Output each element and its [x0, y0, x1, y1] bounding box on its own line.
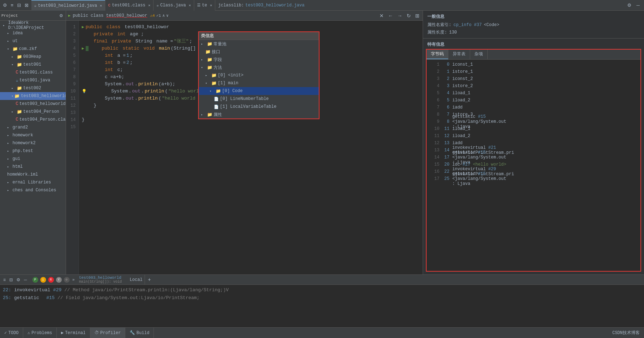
sidebar-item-homework[interactable]: ▸ homework — [0, 131, 66, 139]
class-icon: C — [108, 3, 111, 7]
sidebar-item-003heap[interactable]: ▸ 📁 003Heap — [0, 53, 66, 61]
tree-panel-main[interactable]: ▾ 📁 [1] main — [199, 79, 319, 87]
sidebar-item-project[interactable]: ▸ IdeaWork D:\IDEAProject — [0, 21, 66, 29]
folder-icon: 📁 — [207, 65, 212, 70]
tree-panel-localvariable[interactable]: 📄 [1] LocalVariableTable — [199, 103, 319, 111]
folder-icon: 📁 — [17, 62, 22, 67]
close-editor-btn[interactable]: ✕ — [378, 12, 385, 19]
sidebar-item-scratches[interactable]: ▸ ches and Consoles — [0, 186, 66, 194]
arrow-icon: ▾ — [210, 89, 215, 93]
tab-te[interactable]: ☰ te ✕ — [194, 0, 215, 11]
tree-panel-item-label: [0] <init> — [218, 73, 243, 78]
tree-panel-init[interactable]: ▸ 📁 [0] <init> — [199, 71, 319, 79]
sidebar-item-grand2[interactable]: ▸ grand2 — [0, 123, 66, 131]
sidebar-item-html[interactable]: ▸ html — [0, 163, 66, 171]
tab-class-java[interactable]: ☕ Class.java ✕ — [154, 0, 194, 11]
tab-close-btn[interactable]: ✕ — [210, 3, 212, 7]
tab-close-btn[interactable]: ✕ — [189, 3, 191, 7]
console-content: 22: invokevirtual #29 // Method java/io/… — [0, 285, 644, 327]
sidebar-item-test001[interactable]: ▾ 📁 test001 — [0, 61, 66, 69]
arrow-icon: ▸ — [205, 74, 210, 77]
tab-misc[interactable]: 杂项 — [470, 50, 488, 59]
attribute-index-value[interactable]: cp_info #37 — [453, 22, 482, 27]
sidebar-item-test001-java[interactable]: ☕ test001.java — [0, 76, 66, 84]
local-tab[interactable]: Local — [127, 275, 145, 285]
back-btn[interactable]: ← — [387, 12, 394, 19]
tab-bytecode[interactable]: 字节码 — [427, 50, 448, 59]
sidebar-item-label: com.zkf — [19, 46, 37, 51]
debug-toolbar: ≡ ⊟ ⚙ ─ P i R Y ○ » test003_helloworld m… — [0, 274, 644, 284]
forward-btn[interactable]: → — [396, 12, 403, 19]
console-line-1: 22: invokevirtual #29 // Method java/io/… — [3, 286, 641, 294]
sidebar-item-test004[interactable]: ▸ 📁 test004_Person — [0, 108, 66, 116]
tab-close-btn[interactable]: ✕ — [100, 4, 102, 8]
tree-panel-attributes[interactable]: ▸ 📁 属性 — [199, 111, 319, 118]
sidebar-item-label: ernal Libraries — [12, 180, 51, 185]
tree-panel-code[interactable]: ▾ 📁 [0] Code — [199, 87, 319, 95]
sidebar-item-iml[interactable]: homeWork.iml — [0, 171, 66, 178]
tree-panel-constant-pool[interactable]: ▸ 📁 常量池 — [199, 40, 319, 48]
sidebar-item-label: test001.java — [19, 78, 50, 83]
sidebar-item-idea[interactable]: ▸ idea — [0, 29, 66, 37]
sidebar-item-php[interactable]: ▸ php.test — [0, 147, 66, 155]
run-gutter-icon2[interactable]: ▶ — [82, 45, 84, 52]
minimize-icon[interactable]: ─ — [635, 2, 641, 9]
session-name[interactable]: test003_helloworld — [79, 276, 122, 280]
settings2-icon[interactable]: ⚙ — [626, 2, 633, 9]
tree-panel-linenumber[interactable]: 📄 [0] LineNumberTable — [199, 95, 319, 103]
sidebar-item-test002[interactable]: ▸ 📁 test002 — [0, 84, 66, 92]
status-tab-terminal[interactable]: ▶ Terminal — [57, 328, 90, 338]
sidebar-item-test001-class[interactable]: C test001.class — [0, 69, 66, 76]
tab-label: test003_helloworld.java — [38, 3, 97, 8]
debug-split-icon[interactable]: ⊟ — [8, 277, 14, 283]
editor-area: ▶ public class test003_hellowor ⚠4 ✓1 ∧ … — [66, 11, 423, 274]
sidebar-item-ut[interactable]: ▸ ut — [0, 37, 66, 45]
tree-panel-methods[interactable]: ▾ 📁 方法 — [199, 64, 319, 71]
run-icon[interactable]: ▶ — [68, 13, 71, 18]
debug-settings-icon[interactable]: ⚙ — [15, 277, 21, 283]
list-icon[interactable]: ≡ — [9, 2, 15, 9]
status-tab-todo[interactable]: ✓ TODO — [0, 328, 23, 338]
tab-label: test001.class — [112, 3, 146, 8]
more-icon[interactable]: » — [72, 278, 75, 282]
split-v-icon[interactable]: ⊠ — [23, 2, 30, 9]
tree-panel-fields[interactable]: ▸ 📁 字段 — [199, 56, 319, 64]
status-tab-profiler[interactable]: ⏱ Profiler — [90, 328, 126, 338]
project-label: Project — [1, 14, 18, 18]
tree-panel-item-label: 常量池 — [213, 41, 226, 47]
tree-panel-item-label: [0] Code — [222, 89, 243, 94]
status-tab-build[interactable]: 🔧 Build — [125, 328, 154, 338]
split-icon[interactable]: ⊟ — [16, 2, 22, 9]
status-tab-label: Problems — [31, 331, 52, 336]
external-btn[interactable]: ⊞ — [414, 12, 421, 19]
sidebar-item-homework2[interactable]: ▸ homework2 — [0, 139, 66, 147]
bottom-console: 22: invokevirtual #29 // Method java/io/… — [0, 284, 644, 327]
tab-exception-table[interactable]: 异常表 — [448, 50, 470, 59]
debug-close-icon[interactable]: ─ — [23, 277, 28, 283]
arrow-icon: ▸ — [201, 58, 206, 62]
sidebar-item-test003[interactable]: ▾ 📁 test003_helloworld — [0, 92, 66, 100]
status-tab-problems[interactable]: ⚠ Problems — [23, 328, 57, 338]
run-gutter-icon[interactable]: ▶ — [82, 24, 84, 31]
sidebar-item-com-zkf[interactable]: ▾ 📁 com.zkf — [0, 45, 66, 53]
tree-panel-interface[interactable]: 📁 接口 — [199, 48, 319, 56]
folder-icon: 📁 — [216, 89, 221, 94]
general-info-label: 一般信息 — [427, 14, 640, 20]
add-tab-btn[interactable]: + — [146, 277, 152, 283]
sidebar: Project ⚙ ▸ IdeaWork D:\IDEAProject ▸ id… — [0, 11, 66, 274]
arrow-icon: ▸ — [201, 42, 206, 46]
sidebar-settings-icon[interactable]: ⚙ — [58, 12, 64, 19]
refresh-btn[interactable]: ↻ — [406, 12, 412, 19]
sidebar-item-gui[interactable]: ▸ gui — [0, 155, 66, 163]
sidebar-item-test004-class[interactable]: C test004_Person.class — [0, 116, 66, 123]
status-tab-label: Profiler — [100, 331, 121, 336]
sidebar-item-test003-class[interactable]: C test003_helloworld.c — [0, 100, 66, 108]
sidebar-item-libraries[interactable]: ▸ ernal Libraries — [0, 178, 66, 186]
tab-close-btn[interactable]: ✕ — [148, 3, 150, 7]
right-panel-header: 一般信息 属性名索引: cp_info #37 <Code> 属性长度: 130 — [423, 11, 644, 39]
bc-row-11: 11 12 iload_2 — [427, 132, 640, 140]
settings-icon[interactable]: ⚙ — [1, 2, 9, 9]
tab-test001[interactable]: C test001.class ✕ — [105, 0, 154, 11]
tab-test003[interactable]: ☕ test003_helloworld.java ✕ — [31, 0, 105, 11]
debug-list-icon[interactable]: ≡ — [2, 277, 7, 283]
